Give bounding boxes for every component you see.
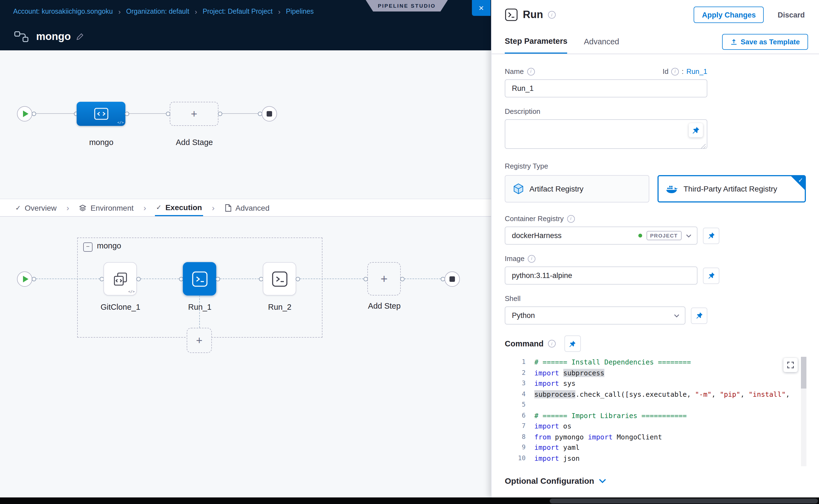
save-as-template-button[interactable]: Save as Template [722, 34, 808, 50]
info-icon[interactable]: i [671, 68, 679, 75]
status-dot [638, 234, 642, 237]
step-node-run2[interactable] [263, 262, 296, 296]
step-label: GitClone_1 [87, 303, 154, 311]
connector [217, 279, 262, 279]
name-input[interactable] [505, 79, 707, 97]
info-icon[interactable]: i [528, 255, 536, 262]
breadcrumb-account[interactable]: Account: kurosakiichigo.songoku [13, 8, 113, 15]
shell-label: Shell [505, 294, 521, 303]
info-icon[interactable]: i [527, 68, 535, 75]
container-registry-label: Container Registry [505, 215, 564, 223]
info-icon[interactable]: i [567, 215, 575, 222]
stage-group-label: mongo [97, 241, 121, 250]
name-label: Name [505, 67, 524, 76]
breadcrumb-project[interactable]: Project: Default Project [202, 8, 273, 15]
image-input[interactable] [505, 267, 698, 285]
tab-execution[interactable]: ✓ Execution [155, 199, 203, 216]
add-stage-button[interactable]: + [170, 102, 218, 126]
edit-pencil-icon[interactable] [76, 33, 84, 40]
add-parallel-step-button[interactable]: + [187, 328, 212, 353]
pipeline-icon [14, 31, 28, 42]
connector [199, 296, 200, 328]
tab-advanced[interactable]: Advanced [223, 199, 271, 216]
breadcrumb-organization[interactable]: Organization: default [126, 8, 189, 15]
code-line: 7import os [505, 421, 806, 431]
connector [138, 279, 182, 279]
stage-label: mongo [66, 138, 137, 147]
pin-icon[interactable] [565, 335, 581, 352]
pin-icon[interactable] [703, 267, 719, 284]
code-line: 1# ====== Install Dependencies ======== [505, 357, 806, 367]
tab-environment[interactable]: Environment [78, 199, 135, 216]
code-lines: 1# ====== Install Dependencies ========2… [505, 357, 806, 464]
editor-scrollbar[interactable] [801, 357, 806, 466]
tab-execution-label: Execution [165, 203, 202, 212]
stage-node-mongo[interactable]: </> [77, 102, 125, 126]
execution-end-node[interactable] [445, 271, 460, 287]
optional-configuration-toggle[interactable]: Optional Configuration [505, 476, 806, 485]
terminal-icon [271, 271, 288, 287]
pipeline-title: mongo [36, 31, 71, 43]
description-label: Description [505, 107, 540, 115]
registry-option-artifact[interactable]: Artifact Registry [505, 175, 649, 202]
step-node-run1[interactable] [183, 262, 216, 296]
add-step-button[interactable]: + [367, 262, 401, 296]
info-icon[interactable]: i [548, 340, 556, 347]
command-code-editor[interactable]: 1# ====== Install Dependencies ========2… [505, 357, 806, 466]
play-icon [23, 276, 28, 282]
connector [219, 113, 260, 114]
horizontal-scrollbar[interactable] [550, 498, 818, 503]
execution-start-node[interactable] [17, 271, 32, 287]
code-line: 9import yaml [505, 442, 806, 453]
breadcrumb: Account: kurosakiichigo.songoku › Organi… [13, 7, 314, 16]
registry-option-third-party[interactable]: Third-Party Artifact Registry ✓ [657, 175, 806, 202]
tab-advanced-label: Advanced [235, 203, 270, 212]
code-line: 8from pymongo import MongoClient [505, 431, 806, 442]
collapse-group-icon[interactable]: − [83, 242, 92, 252]
pin-icon[interactable] [691, 307, 707, 324]
description-textarea[interactable] [505, 119, 707, 149]
tab-overview[interactable]: ✓ Overview [14, 199, 58, 216]
stage-nav-tabs: ✓ Overview › Environment › ✓ Execution ›… [0, 199, 491, 217]
docker-icon [666, 184, 678, 193]
plus-icon: + [196, 334, 202, 347]
resize-grip[interactable] [701, 144, 706, 149]
shell-value: Python [512, 311, 535, 320]
pin-icon[interactable] [689, 123, 703, 137]
tab-step-parameters[interactable]: Step Parameters [505, 30, 568, 54]
close-icon[interactable]: × [472, 0, 491, 16]
panel-tabs: Step Parameters Advanced Save as Templat… [492, 30, 819, 54]
step-node-gitclone[interactable]: </> [103, 262, 137, 296]
check-icon: ✓ [798, 177, 803, 184]
stop-icon [267, 111, 272, 117]
pipeline-canvas: </> mongo + Add Stage ✓ Overview › Envir… [0, 50, 491, 497]
expand-icon[interactable] [783, 358, 798, 372]
apply-changes-button[interactable]: Apply Changes [694, 7, 764, 23]
container-registry-input[interactable]: dockerHarness PROJECT [505, 227, 698, 245]
shell-select[interactable]: Python [505, 306, 685, 325]
breadcrumb-pipelines[interactable]: Pipelines [286, 8, 314, 15]
chevron-separator-icon: › [195, 7, 197, 16]
chevron-separator-icon: › [118, 7, 121, 16]
stop-icon [450, 276, 455, 282]
bottom-bar [0, 497, 819, 504]
run-step-icon [505, 8, 518, 21]
pipeline-studio-badge: PIPELINE STUDIO [366, 0, 448, 11]
tab-panel-advanced[interactable]: Advanced [584, 30, 619, 54]
template-icon [730, 38, 737, 45]
play-icon [23, 111, 28, 117]
terminal-icon [191, 271, 208, 287]
pin-icon[interactable] [703, 227, 719, 244]
chevron-separator-icon: › [143, 199, 146, 216]
git-clone-icon [112, 271, 128, 286]
chevron-down-icon [686, 234, 691, 237]
id-value[interactable]: Run_1 [686, 67, 707, 76]
info-icon[interactable]: i [548, 11, 556, 19]
add-stage-label: Add Stage [161, 138, 227, 147]
save-as-template-label: Save as Template [741, 37, 800, 46]
pipeline-start-node[interactable] [17, 106, 32, 121]
code-line: 10import json [505, 453, 806, 464]
discard-button[interactable]: Discard [774, 10, 808, 19]
pipeline-end-node[interactable] [262, 106, 277, 121]
editor-scrollbar-thumb[interactable] [801, 357, 806, 389]
